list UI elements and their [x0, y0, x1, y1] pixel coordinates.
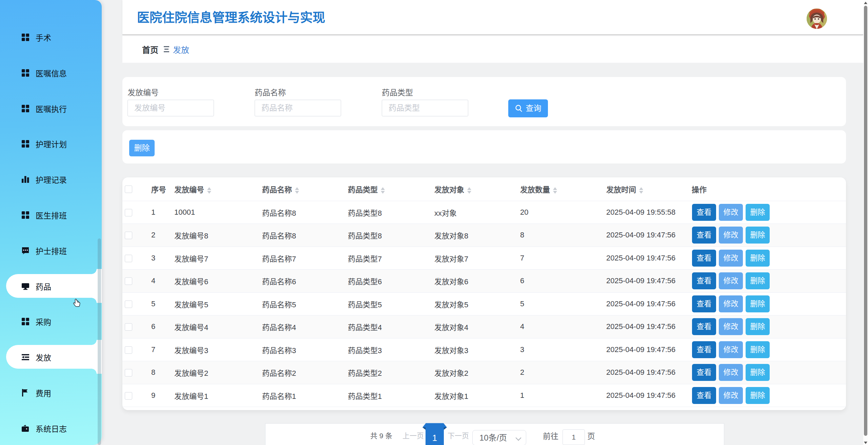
svg-text:1: 1 [432, 433, 437, 443]
